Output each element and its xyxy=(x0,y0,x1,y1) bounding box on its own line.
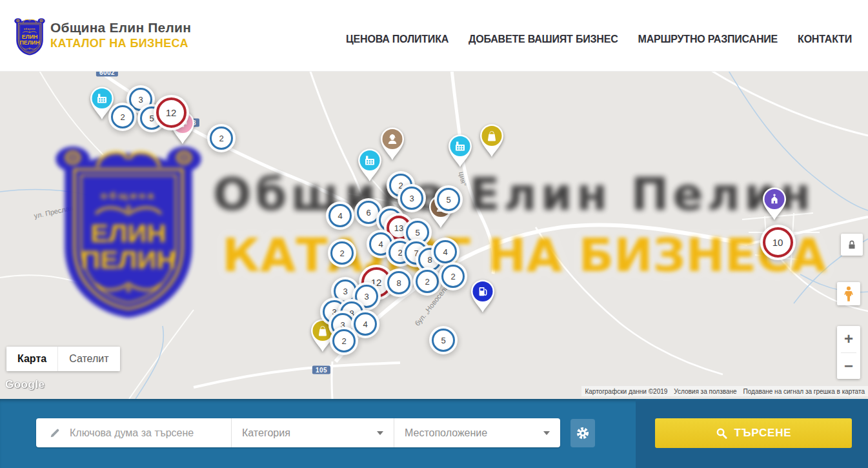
search-fields: Категория Местоположение xyxy=(36,418,560,447)
nav-item-pricing[interactable]: ЦЕНОВА ПОЛИТИКА xyxy=(346,34,449,45)
map-pin-shopping-bag[interactable] xyxy=(478,122,506,158)
cluster-marker[interactable]: 3 xyxy=(334,280,357,303)
search-input[interactable] xyxy=(68,427,231,440)
gear-icon xyxy=(576,426,590,440)
map-attribution: Картографски данни ©2019 Условия за полз… xyxy=(581,386,868,396)
map-pin-fuel[interactable] xyxy=(469,278,497,314)
cluster-marker[interactable]: 8 xyxy=(387,271,410,294)
lock-button[interactable] xyxy=(841,234,863,256)
chevron-down-icon xyxy=(543,431,550,435)
search-button-label: ТЪРСЕНЕ xyxy=(734,427,792,440)
category-select[interactable]: Категория xyxy=(231,418,394,447)
cluster-marker[interactable]: 4 xyxy=(354,312,377,336)
logo-text: Община Елин Пелин КАТАЛОГ НА БИЗНЕСА xyxy=(50,16,191,51)
location-select[interactable]: Местоположение xyxy=(394,418,560,447)
cluster-marker[interactable]: 6 xyxy=(357,201,380,224)
attribution-copyright: Картографски данни ©2019 xyxy=(585,388,667,395)
municipality-crest-icon: общинаЕЛИНПЕЛИН xyxy=(14,16,45,56)
nav-item-route-schedule[interactable]: МАРШРУТНО РАЗПИСАНИЕ xyxy=(638,34,778,45)
cluster-marker[interactable]: 2 xyxy=(111,105,134,128)
cluster-marker[interactable]: 5 xyxy=(432,329,455,352)
road-badge: 6002 xyxy=(96,71,118,77)
cluster-marker[interactable]: 2 xyxy=(330,241,354,265)
nav-item-add-business[interactable]: ДОБАВЕТЕ ВАШИЯТ БИЗНЕС xyxy=(469,34,618,45)
svg-text:ЕЛИН: ЕЛИН xyxy=(22,34,38,41)
pegman-icon xyxy=(842,285,856,302)
category-select-value: Категория xyxy=(242,427,290,439)
map-type-map-button[interactable]: Карта xyxy=(6,347,57,371)
location-select-value: Местоположение xyxy=(405,427,487,439)
cluster-marker[interactable]: 5 xyxy=(437,188,460,211)
search-button[interactable]: ТЪРСЕНЕ xyxy=(655,418,852,448)
map-canvas[interactable]: ул. Преславбул. „Новоселци“ция“ 60028105… xyxy=(0,71,868,399)
cluster-marker[interactable]: 2 xyxy=(441,265,465,288)
cluster-marker[interactable]: 10 xyxy=(763,227,793,258)
cluster-marker[interactable]: 4 xyxy=(434,240,457,263)
chevron-down-icon xyxy=(377,431,383,435)
zoom-in-button[interactable]: + xyxy=(837,326,860,352)
map-type-control: Карта Сателит xyxy=(6,347,120,371)
site-logo[interactable]: общинаЕЛИНПЕЛИН Община Елин Пелин КАТАЛО… xyxy=(14,16,191,56)
zoom-out-button[interactable]: − xyxy=(837,353,860,380)
google-logo[interactable]: Google xyxy=(5,378,45,391)
street-view-pegman-button[interactable] xyxy=(837,282,860,305)
site-title: Община Елин Пелин xyxy=(50,20,191,36)
search-icon xyxy=(716,427,728,440)
cluster-marker[interactable]: 3 xyxy=(400,187,423,210)
map-pin-church[interactable] xyxy=(760,185,789,221)
pencil-icon xyxy=(49,427,61,439)
page: общинаЕЛИНПЕЛИН Община Елин Пелин КАТАЛО… xyxy=(0,0,868,468)
header: общинаЕЛИНПЕЛИН Община Елин Пелин КАТАЛО… xyxy=(0,0,868,72)
map-type-satellite-button[interactable]: Сателит xyxy=(57,347,119,371)
svg-text:община: община xyxy=(24,28,35,30)
attribution-report-link[interactable]: Подаване на сигнал за грешка в картата xyxy=(743,388,865,395)
svg-text:ПЕЛИН: ПЕЛИН xyxy=(19,39,39,46)
search-bar: Категория Местоположение ТЪРСЕНЕ xyxy=(0,399,868,468)
lock-icon xyxy=(846,239,858,250)
zoom-control: + − xyxy=(837,326,860,379)
cluster-marker[interactable]: 2 xyxy=(416,270,439,293)
cluster-marker[interactable]: 5 xyxy=(406,221,429,244)
cluster-marker[interactable]: 4 xyxy=(328,204,352,227)
road-badge: 105 xyxy=(312,366,330,374)
attribution-terms-link[interactable]: Условия за ползване xyxy=(674,388,736,395)
cluster-marker[interactable]: 12 xyxy=(156,97,187,128)
advanced-search-gear-button[interactable] xyxy=(570,419,595,447)
keyword-field[interactable] xyxy=(36,418,231,447)
cluster-marker[interactable]: 2 xyxy=(332,329,356,352)
map-pin-factory[interactable] xyxy=(446,132,474,168)
main-nav: ЦЕНОВА ПОЛИТИКА ДОБАВЕТЕ ВАШИЯТ БИЗНЕС М… xyxy=(346,0,852,71)
cluster-marker[interactable]: 2 xyxy=(210,127,233,150)
site-subtitle: КАТАЛОГ НА БИЗНЕСА xyxy=(50,36,191,51)
nav-item-contacts[interactable]: КОНТАКТИ xyxy=(798,34,852,45)
map-pin-factory[interactable] xyxy=(356,147,384,183)
